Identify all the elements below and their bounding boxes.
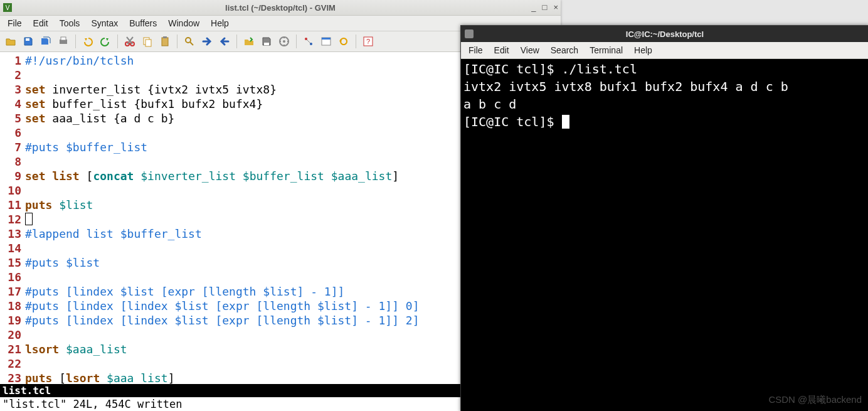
terminal-line: [IC@IC tcl]$ ./list.tcl: [463, 60, 866, 78]
tag-jump-icon[interactable]: [336, 33, 352, 50]
text-cursor: [25, 213, 33, 225]
term-menu-view[interactable]: View: [516, 44, 544, 56]
line-number: 15: [0, 255, 25, 270]
svg-rect-13: [264, 43, 269, 45]
terminal-window: IC@IC:~/Desktop/tcl FileEditViewSearchTe…: [460, 25, 868, 411]
line-number: 8: [0, 154, 25, 169]
open-file-icon[interactable]: [3, 33, 19, 50]
svg-rect-9: [162, 38, 168, 46]
find-replace-icon[interactable]: [181, 33, 198, 50]
line-number: 1: [0, 53, 25, 68]
line-number: 11: [0, 198, 25, 212]
run-script-icon[interactable]: [276, 33, 292, 50]
term-menu-search[interactable]: Search: [546, 44, 583, 56]
make-icon[interactable]: [300, 33, 317, 50]
gvim-title: list.tcl (~/Desktop/tcl) - GVIM: [0, 3, 561, 13]
save-file-icon[interactable]: [20, 33, 36, 50]
menu-tools[interactable]: Tools: [55, 17, 85, 29]
help-icon[interactable]: ?: [360, 33, 376, 50]
term-menu-file[interactable]: File: [463, 44, 488, 56]
svg-rect-2: [26, 38, 29, 41]
line-number: 14: [0, 241, 25, 255]
term-menu-terminal[interactable]: Terminal: [585, 44, 628, 56]
menu-buffers[interactable]: Buffers: [124, 17, 162, 29]
line-number: 20: [0, 328, 25, 342]
line-number: 17: [0, 284, 25, 299]
terminal-line: ivtx2 ivtx5 ivtx8 bufx1 bufx2 bufx4 a d …: [463, 78, 866, 95]
toolbar-separator: [117, 35, 118, 48]
svg-point-11: [186, 38, 191, 43]
term-menu-edit[interactable]: Edit: [489, 44, 514, 56]
terminal-line: a b c d: [463, 95, 866, 113]
line-number: 22: [0, 356, 25, 371]
status-file: list.tcl: [3, 383, 51, 398]
cut-icon[interactable]: [122, 33, 138, 50]
paste-icon[interactable]: [157, 33, 173, 50]
line-number: 13: [0, 227, 25, 241]
toolbar-separator: [177, 35, 177, 48]
svg-rect-20: [322, 38, 331, 40]
copy-icon[interactable]: [139, 33, 156, 50]
line-number: 6: [0, 125, 25, 140]
session-save-icon[interactable]: [258, 33, 275, 50]
svg-text:?: ?: [366, 38, 370, 45]
line-number: 4: [0, 97, 25, 111]
line-number: 16: [0, 270, 25, 284]
menu-window[interactable]: Window: [163, 17, 204, 29]
undo-icon[interactable]: [80, 33, 96, 50]
print-icon[interactable]: [55, 33, 71, 50]
svg-rect-4: [61, 37, 66, 40]
find-prev-icon[interactable]: [216, 33, 233, 50]
menu-edit[interactable]: Edit: [28, 17, 53, 29]
terminal-cursor: [562, 115, 569, 129]
line-number: 21: [0, 342, 25, 356]
terminal-line: [IC@IC tcl]$: [463, 113, 866, 131]
svg-rect-10: [163, 36, 167, 38]
menu-syntax[interactable]: Syntax: [86, 17, 123, 29]
terminal-body[interactable]: [IC@IC tcl]$ ./list.tclivtx2 ivtx5 ivtx8…: [461, 59, 868, 411]
svg-rect-8: [146, 40, 151, 46]
minimize-button[interactable]: _: [531, 3, 536, 12]
gvim-titlebar[interactable]: V list.tcl (~/Desktop/tcl) - GVIM _ □ ×: [0, 0, 561, 16]
svg-point-15: [283, 40, 285, 43]
term-menu-help[interactable]: Help: [629, 44, 657, 56]
line-number: 2: [0, 68, 25, 82]
menu-help[interactable]: Help: [206, 17, 234, 29]
menu-file[interactable]: File: [3, 17, 27, 29]
session-load-icon[interactable]: [241, 33, 257, 50]
svg-line-12: [190, 42, 193, 45]
redo-icon[interactable]: [97, 33, 114, 50]
maximize-button[interactable]: □: [542, 3, 548, 12]
line-number: 7: [0, 140, 25, 154]
line-number: 5: [0, 111, 25, 125]
toolbar-separator: [75, 35, 76, 48]
svg-line-18: [307, 40, 310, 43]
shell-icon[interactable]: [318, 33, 334, 50]
toolbar-separator: [236, 35, 237, 48]
save-all-icon[interactable]: [38, 33, 54, 50]
line-number: 12: [0, 212, 25, 227]
line-number: 18: [0, 299, 25, 313]
line-number: 3: [0, 82, 25, 97]
terminal-title: IC@IC:~/Desktop/tcl: [461, 29, 868, 39]
terminal-menubar: FileEditViewSearchTerminalHelp: [461, 42, 868, 59]
line-number: 23: [0, 371, 25, 384]
line-number: 9: [0, 169, 25, 183]
toolbar-separator: [356, 35, 356, 48]
toolbar-separator: [296, 35, 297, 48]
line-number: 19: [0, 313, 25, 328]
close-button[interactable]: ×: [553, 3, 558, 12]
terminal-titlebar[interactable]: IC@IC:~/Desktop/tcl: [461, 26, 868, 42]
line-number: 10: [0, 183, 25, 198]
find-next-icon[interactable]: [199, 33, 215, 50]
